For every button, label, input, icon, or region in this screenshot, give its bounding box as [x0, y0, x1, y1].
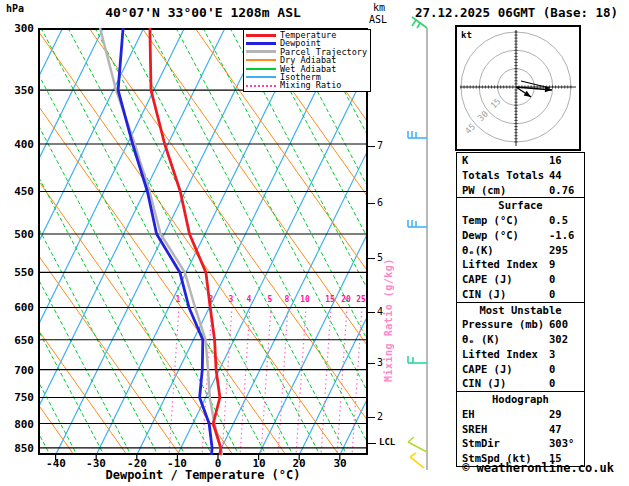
- table-section: HodographEH29SREH47StmDir303°StmSpd (kt)…: [457, 391, 584, 466]
- legend-line: [246, 34, 276, 37]
- wet-adiabat-line: [68, 28, 293, 455]
- copyright-footer: © weatheronline.co.uk: [448, 461, 628, 475]
- legend-sample-6: [246, 85, 276, 87]
- table-row-value: 303°: [549, 436, 574, 451]
- table-row-label: CAPE (J): [462, 273, 513, 285]
- km-tick: [368, 312, 375, 313]
- km-tick-label: 7: [377, 140, 383, 151]
- table-row-label: CIN (J): [462, 377, 506, 389]
- km-tick: [368, 203, 375, 204]
- table-row-label: Lifted Index: [462, 348, 538, 360]
- pressure-tick-label: 300: [0, 22, 34, 35]
- hodograph-unit-label: kt: [461, 30, 472, 40]
- table-row: SREH47: [457, 422, 584, 437]
- isotherm-line: [177, 28, 368, 455]
- table-row: CAPE (J)0: [457, 272, 584, 287]
- table-row-value: 302: [549, 332, 568, 347]
- mixing-ratio-value-label: 1: [176, 295, 181, 304]
- wind-barb: [408, 437, 414, 442]
- barb-850hpa: [408, 442, 427, 452]
- mixing-ratio-line: [169, 307, 179, 455]
- table-row: K16: [457, 153, 584, 168]
- table-row: Dewp (°C)-1.6: [457, 228, 584, 243]
- table-section: SurfaceTemp (°C)0.5Dewp (°C)-1.6θₑ(K)295…: [457, 197, 584, 301]
- mixing-ratio-line: [321, 307, 331, 455]
- table-row-label: StmDir: [462, 437, 500, 449]
- table-row-label: Temp (°C): [462, 214, 519, 226]
- table-row-value: 3: [549, 347, 555, 362]
- dry-adiabat-line: [38, 28, 127, 455]
- mixing-ratio-value-label: 10: [300, 295, 310, 304]
- pressure-tick-label: 550: [0, 266, 34, 279]
- table-row: Temp (°C)0.5: [457, 213, 584, 228]
- alt-unit-km: km: [373, 2, 385, 13]
- pressure-tick-label: 400: [0, 138, 34, 151]
- km-tick: [368, 363, 375, 364]
- isotherm-line: [299, 28, 368, 455]
- alt-unit-asl: ASL: [369, 14, 387, 25]
- mixing-ratio-value-label: 4: [247, 295, 252, 304]
- legend-sample-3: [246, 59, 276, 61]
- table-row-value: 0: [549, 362, 555, 377]
- km-tick: [368, 258, 375, 259]
- legend-label: Mixing Ratio: [280, 81, 341, 89]
- isotherm-line: [38, 28, 225, 455]
- dry-adiabat-line: [38, 28, 233, 455]
- pressure-tick-label: 850: [0, 442, 34, 455]
- pressure-tick-label: 800: [0, 418, 34, 431]
- mixing-ratio-value-label: 8: [285, 295, 290, 304]
- wet-adiabat-line: [38, 28, 185, 455]
- wet-adiabat-line: [230, 28, 368, 455]
- table-row-value: 0.76: [549, 183, 574, 198]
- table-row-value: 0: [549, 287, 555, 302]
- legend-line: [246, 76, 276, 78]
- wind-barb: [410, 453, 416, 457]
- dry-adiabat-line: [38, 28, 180, 455]
- legend-line: [246, 42, 276, 45]
- table-row: Pressure (mb)600: [457, 317, 584, 332]
- wet-adiabat-line: [38, 28, 212, 455]
- table-row: CIN (J)0: [457, 287, 584, 302]
- mixing-ratio-value-label: 20: [341, 295, 351, 304]
- barb-surface: [410, 457, 424, 468]
- table-row-value: 9: [549, 257, 555, 272]
- table-row: StmDir303°: [457, 436, 584, 451]
- pressure-tick-label: 450: [0, 185, 34, 198]
- skewt-chart: 12345810152025: [38, 28, 368, 461]
- table-row-label: CAPE (J): [462, 363, 513, 375]
- legend-line: [246, 59, 276, 61]
- table-row-value: 16: [549, 153, 562, 168]
- pressure-tick-label: 650: [0, 334, 34, 347]
- km-tick: [368, 417, 375, 418]
- legend-sample-0: [246, 34, 276, 37]
- km-tick-label: 6: [377, 197, 383, 208]
- indices-table: K16Totals Totals44PW (cm)0.76SurfaceTemp…: [456, 152, 585, 467]
- table-row-value: 0: [549, 272, 555, 287]
- wet-adiabat-line: [257, 28, 368, 455]
- table-row-label: θₑ (K): [462, 333, 500, 345]
- legend-line: [246, 50, 276, 53]
- chart-legend: TemperatureDewpointParcel TrajectoryDry …: [243, 29, 371, 92]
- dry-adiabat-line: [142, 28, 368, 455]
- mixing-ratio-value-label: 15: [325, 295, 335, 304]
- legend-item: Mixing Ratio: [246, 81, 368, 89]
- table-section-header: Hodograph: [457, 392, 584, 407]
- pressure-tick-label: 750: [0, 391, 34, 404]
- isotherm-line: [38, 28, 63, 455]
- table-row: θₑ(K)295: [457, 243, 584, 258]
- table-row-value: 295: [549, 243, 568, 258]
- lcl-tick: [368, 443, 376, 444]
- pressure-tick-label: 700: [0, 364, 34, 377]
- table-row-value: 600: [549, 317, 568, 332]
- pressure-unit-label: hPa: [6, 3, 24, 14]
- dry-adiabat-line: [301, 28, 368, 455]
- table-section: K16Totals Totals44PW (cm)0.76: [457, 153, 584, 197]
- table-row: EH29: [457, 407, 584, 422]
- table-row-value: 44: [549, 168, 562, 183]
- table-row: Lifted Index9: [457, 257, 584, 272]
- pressure-tick-label: 600: [0, 301, 34, 314]
- table-row-label: PW (cm): [462, 184, 506, 196]
- mixing-ratio-axis-label: Mixing Ratio (g/kg): [383, 222, 394, 382]
- table-row-label: Lifted Index: [462, 258, 538, 270]
- table-row-label: Dewp (°C): [462, 229, 519, 241]
